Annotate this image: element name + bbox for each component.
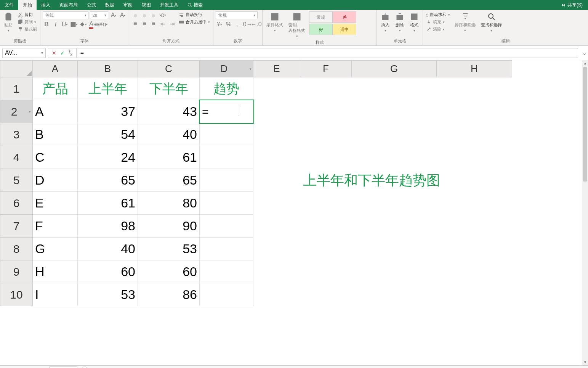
cell-H10[interactable] bbox=[437, 283, 512, 306]
cell-G2[interactable] bbox=[352, 100, 437, 123]
font-family-select[interactable]: 等线 bbox=[43, 11, 88, 19]
cell-C5[interactable]: 65 bbox=[138, 169, 200, 192]
cell-B9[interactable]: 60 bbox=[78, 260, 138, 283]
col-head-C[interactable]: C bbox=[138, 60, 200, 77]
name-box[interactable]: AV... bbox=[2, 48, 46, 58]
scroll-up-icon[interactable]: ▲ bbox=[582, 60, 588, 66]
align-top-icon[interactable]: ≡ bbox=[131, 11, 139, 19]
share-button[interactable]: 共享(S) bbox=[556, 2, 588, 8]
cell-A6[interactable]: E bbox=[33, 192, 78, 215]
conditional-format-button[interactable]: 条件格式 bbox=[265, 11, 285, 33]
autosum-button[interactable]: Σ自动求和 bbox=[425, 11, 451, 18]
increase-font-icon[interactable]: A▴ bbox=[110, 11, 117, 19]
row-head-7[interactable]: 7 bbox=[0, 215, 33, 238]
cell-A7[interactable]: F bbox=[33, 215, 78, 238]
cell-D5[interactable] bbox=[200, 169, 253, 192]
style-bad[interactable]: 差 bbox=[333, 11, 356, 23]
spreadsheet-grid[interactable]: ABCDEFGH 12345678910 产品上半年下半年趋势A3743B544… bbox=[0, 60, 588, 365]
cell-D9[interactable] bbox=[200, 260, 253, 283]
menu-tab-1[interactable]: 开始 bbox=[18, 0, 37, 10]
currency-icon[interactable]: ¥ bbox=[216, 21, 223, 28]
row-head-8[interactable]: 8 bbox=[0, 238, 33, 260]
cut-button[interactable]: 剪切 bbox=[17, 11, 38, 18]
menu-tab-8[interactable]: 开发工具 bbox=[155, 0, 183, 10]
row-head-10[interactable]: 10 bbox=[0, 283, 33, 306]
cell-B5[interactable]: 65 bbox=[78, 169, 138, 192]
cell-D8[interactable] bbox=[200, 238, 253, 260]
cell-B4[interactable]: 24 bbox=[78, 146, 138, 169]
col-head-B[interactable]: B bbox=[78, 60, 138, 77]
col-head-D[interactable]: D bbox=[200, 60, 253, 77]
cell-H3[interactable] bbox=[437, 123, 512, 146]
format-cells-button[interactable]: 格式 bbox=[408, 11, 420, 33]
number-format-select[interactable]: 常规 bbox=[216, 11, 258, 19]
row-head-1[interactable]: 1 bbox=[0, 77, 33, 100]
col-head-A[interactable]: A bbox=[33, 60, 78, 77]
cell-A4[interactable]: C bbox=[33, 146, 78, 169]
cell-D6[interactable] bbox=[200, 192, 253, 215]
cell-B2[interactable]: 37 bbox=[78, 100, 138, 123]
cell-C8[interactable]: 53 bbox=[138, 238, 200, 260]
comma-icon[interactable]: , bbox=[234, 21, 242, 28]
font-size-select[interactable]: 28 bbox=[90, 11, 108, 19]
col-head-F[interactable]: F bbox=[300, 60, 352, 77]
cell-C3[interactable]: 40 bbox=[138, 123, 200, 146]
clear-button[interactable]: 清除 bbox=[425, 26, 451, 32]
border-button[interactable] bbox=[70, 21, 78, 28]
style-normal[interactable]: 常规 bbox=[309, 11, 333, 23]
cell-D3[interactable] bbox=[200, 123, 253, 146]
new-sheet-button[interactable]: + bbox=[81, 366, 88, 368]
cell-F9[interactable] bbox=[300, 260, 352, 283]
col-head-G[interactable]: G bbox=[352, 60, 437, 77]
align-center-icon[interactable]: ≡ bbox=[141, 20, 148, 27]
menu-tab-0[interactable]: 文件 bbox=[0, 0, 18, 10]
cell-F2[interactable] bbox=[300, 100, 352, 123]
dec-indent-icon[interactable]: ⇤ bbox=[159, 20, 167, 27]
select-all-corner[interactable] bbox=[0, 60, 33, 77]
style-good[interactable]: 好 bbox=[309, 24, 333, 35]
align-left-icon[interactable]: ≡ bbox=[131, 20, 139, 27]
delete-cells-button[interactable]: 删除 bbox=[394, 11, 406, 33]
cell-F10[interactable] bbox=[300, 283, 352, 306]
vertical-scrollbar[interactable]: ▲ ▼ bbox=[582, 60, 588, 365]
cell-E9[interactable] bbox=[253, 260, 300, 283]
cell-E10[interactable] bbox=[253, 283, 300, 306]
cell-E6[interactable] bbox=[253, 192, 300, 215]
cell-D4[interactable] bbox=[200, 146, 253, 169]
orientation-icon[interactable]: ⟲ bbox=[159, 11, 167, 19]
cell-header-1[interactable]: 上半年 bbox=[78, 77, 138, 100]
row-head-6[interactable]: 6 bbox=[0, 192, 33, 215]
formula-input[interactable]: = bbox=[77, 48, 578, 58]
cell-E7[interactable] bbox=[253, 215, 300, 238]
scrollbar-thumb[interactable] bbox=[583, 67, 587, 182]
cell-G7[interactable] bbox=[352, 215, 437, 238]
sort-filter-button[interactable]: 排序和筛选 bbox=[453, 11, 477, 33]
cell-header-2[interactable]: 下半年 bbox=[138, 77, 200, 100]
scroll-down-icon[interactable]: ▼ bbox=[582, 359, 588, 365]
cell-C10[interactable]: 86 bbox=[138, 283, 200, 306]
cell-G9[interactable] bbox=[352, 260, 437, 283]
cell-E3[interactable] bbox=[253, 123, 300, 146]
search-button[interactable]: 搜索 bbox=[183, 0, 207, 10]
cancel-icon[interactable]: ✕ bbox=[52, 50, 56, 56]
expand-formula-bar-icon[interactable]: ⌄ bbox=[580, 49, 588, 56]
cell-E2[interactable] bbox=[253, 100, 300, 123]
cell-C6[interactable]: 80 bbox=[138, 192, 200, 215]
cell-G8[interactable] bbox=[352, 238, 437, 260]
merge-center-button[interactable]: 合并后居中 bbox=[178, 19, 211, 25]
fill-color-button[interactable] bbox=[79, 21, 87, 28]
cell-E4[interactable] bbox=[253, 146, 300, 169]
cell-A5[interactable]: D bbox=[33, 169, 78, 192]
cell-A3[interactable]: B bbox=[33, 123, 78, 146]
fx-icon[interactable]: fx bbox=[69, 49, 72, 56]
cell-C2[interactable]: 43 bbox=[138, 100, 200, 123]
row-head-4[interactable]: 4 bbox=[0, 146, 33, 169]
menu-tab-2[interactable]: 插入 bbox=[37, 0, 55, 10]
cell-F7[interactable] bbox=[300, 215, 352, 238]
format-painter-button[interactable]: 格式刷 bbox=[17, 26, 38, 32]
style-neutral[interactable]: 适中 bbox=[333, 24, 356, 35]
cell-B8[interactable]: 40 bbox=[78, 238, 138, 260]
cell-H2[interactable] bbox=[437, 100, 512, 123]
cell-G4[interactable] bbox=[352, 146, 437, 169]
cell-F3[interactable] bbox=[300, 123, 352, 146]
